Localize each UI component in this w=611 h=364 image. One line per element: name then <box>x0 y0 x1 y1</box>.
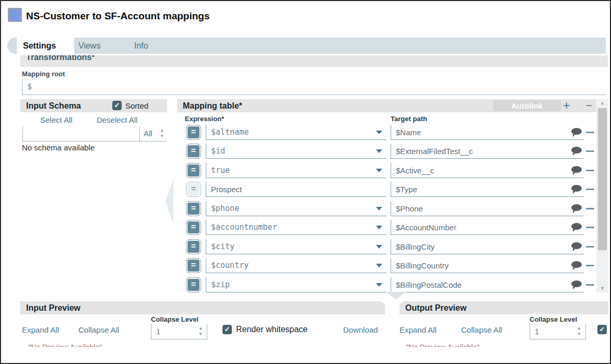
spinner-up-icon[interactable]: ▲ <box>576 326 582 331</box>
collapse-bottom-panel-icon[interactable] <box>385 292 406 299</box>
autolink-button[interactable]: Autolink <box>493 100 561 111</box>
expression-input[interactable]: $id <box>206 144 386 159</box>
input-preview-clipped-content: "No Preview Available" <box>28 343 195 347</box>
comment-icon[interactable] <box>571 280 582 287</box>
comment-icon[interactable] <box>571 261 582 268</box>
remove-row-button[interactable] <box>586 227 594 228</box>
mapping-table-row: =$country$BillingCountry <box>177 258 595 274</box>
remove-row-button[interactable] <box>586 284 594 286</box>
comment-icon[interactable] <box>571 242 582 249</box>
scroll-up-icon[interactable]: ▲ <box>596 100 608 105</box>
target-path-input[interactable]: $BillingPostalCode <box>391 277 584 292</box>
expression-toggle-button[interactable]: = <box>186 182 201 197</box>
output-collapse-all-link[interactable]: Collapse All <box>461 325 502 334</box>
comment-icon[interactable] <box>571 204 582 211</box>
expression-input[interactable]: Prospect <box>206 182 386 197</box>
schema-filter-input[interactable] <box>23 126 139 141</box>
tab-views[interactable]: Views <box>78 38 100 54</box>
tab-info[interactable]: Info <box>134 38 148 54</box>
expression-column-header: Expression* <box>185 115 224 123</box>
schema-filter-spinner[interactable]: ▲ ▼ <box>159 127 165 140</box>
expression-toggle-button[interactable]: = <box>186 277 201 292</box>
comment-icon[interactable] <box>571 185 582 192</box>
remove-row-button[interactable] <box>586 189 594 190</box>
comment-icon[interactable] <box>571 166 582 173</box>
expression-input[interactable]: $accountnumber <box>206 220 386 235</box>
output-collapse-level-stepper[interactable]: 1 ▲ ▼ <box>530 324 586 339</box>
collapse-left-panel-icon[interactable] <box>166 179 173 224</box>
scrollbar-thumb[interactable] <box>598 108 607 250</box>
expression-dropdown-icon[interactable] <box>376 264 382 267</box>
transformations-title: Transformations* <box>26 55 608 62</box>
remove-row-button[interactable] <box>586 265 594 266</box>
expression-value: $altname <box>206 125 386 140</box>
scroll-down-icon[interactable]: ▼ <box>596 286 608 291</box>
expression-value: $country <box>206 258 386 273</box>
output-render-whitespace-checkbox[interactable]: ✓ <box>597 325 607 334</box>
comment-icon[interactable] <box>571 223 582 230</box>
target-path-value: $AccountNumber <box>391 220 584 235</box>
spinner-down-icon[interactable]: ▼ <box>159 134 165 138</box>
expression-toggle-button[interactable]: = <box>186 239 201 254</box>
select-all-link[interactable]: Select All <box>40 115 73 124</box>
download-link[interactable]: Download <box>343 325 378 334</box>
remove-row-button[interactable] <box>586 170 594 171</box>
spinner-up-icon[interactable]: ▲ <box>197 326 204 331</box>
target-path-value: $Active__c <box>391 163 584 178</box>
remove-row-button[interactable] <box>586 150 594 152</box>
mapping-table-scrollbar[interactable]: ▲ ▼ <box>596 99 608 292</box>
render-whitespace-checkbox[interactable]: ✓ <box>222 325 232 334</box>
expression-toggle-button[interactable]: = <box>186 220 201 235</box>
expression-dropdown-icon[interactable] <box>376 226 382 229</box>
add-row-button[interactable]: + <box>563 99 570 112</box>
input-preview-header: Input Preview <box>20 301 385 314</box>
target-path-input[interactable]: $ExternalFiledTest__c <box>391 144 584 159</box>
expression-toggle-button[interactable]: = <box>186 125 201 140</box>
remove-row-button[interactable] <box>586 246 594 248</box>
dialog-title: NS-Customer to SF-Account mappings <box>26 10 210 22</box>
expression-dropdown-icon[interactable] <box>376 207 382 210</box>
tab-settings[interactable]: Settings <box>17 38 74 54</box>
expression-dropdown-icon[interactable] <box>376 169 382 172</box>
spinner-up-icon[interactable]: ▲ <box>159 128 165 133</box>
expression-toggle-button[interactable]: = <box>186 201 201 216</box>
input-collapse-all-link[interactable]: Collapse All <box>78 325 119 334</box>
expression-toggle-button[interactable]: = <box>186 163 201 178</box>
expression-dropdown-icon[interactable] <box>376 245 382 249</box>
expression-dropdown-icon[interactable] <box>376 131 382 134</box>
comment-icon[interactable] <box>571 147 582 154</box>
remove-rows-button[interactable]: − <box>585 99 592 112</box>
remove-row-button[interactable] <box>586 132 594 133</box>
expression-input[interactable]: $altname <box>206 125 386 140</box>
input-expand-all-link[interactable]: Expand All <box>22 325 59 334</box>
deselect-all-link[interactable]: Deselect All <box>97 115 137 124</box>
mapping-table-row: =true$Active__c <box>177 163 595 179</box>
expression-toggle-button[interactable]: = <box>186 258 201 273</box>
target-path-input[interactable]: $Name <box>391 125 584 140</box>
input-collapse-level-stepper[interactable]: 1 ▲ ▼ <box>151 324 207 339</box>
target-path-input[interactable]: $Type <box>391 182 584 197</box>
expression-dropdown-icon[interactable] <box>376 283 382 287</box>
target-path-input[interactable]: $BillingCountry <box>391 258 584 273</box>
expression-input[interactable]: $city <box>206 239 386 254</box>
target-path-input[interactable]: $Active__c <box>391 163 584 178</box>
schema-filter-scope-select[interactable]: All ▲ ▼ <box>139 126 167 141</box>
mapping-root-input[interactable]: $ <box>22 79 607 95</box>
sorted-checkbox[interactable]: ✓ <box>112 101 122 110</box>
output-collapse-level-spinner[interactable]: ▲ ▼ <box>576 325 582 338</box>
target-path-input[interactable]: $BillingCity <box>391 239 584 254</box>
output-expand-all-link[interactable]: Expand All <box>400 325 437 334</box>
expression-input[interactable]: $zip <box>206 277 386 292</box>
remove-row-button[interactable] <box>586 208 594 209</box>
spinner-down-icon[interactable]: ▼ <box>576 332 582 336</box>
comment-icon[interactable] <box>571 128 582 135</box>
expression-toggle-button[interactable]: = <box>186 144 201 159</box>
target-path-input[interactable]: $Phone <box>391 201 584 216</box>
target-path-input[interactable]: $AccountNumber <box>391 220 584 235</box>
expression-input[interactable]: $country <box>206 258 386 273</box>
input-collapse-level-spinner[interactable]: ▲ ▼ <box>197 325 204 338</box>
expression-input[interactable]: $phone <box>206 201 386 216</box>
expression-dropdown-icon[interactable] <box>376 149 382 153</box>
spinner-down-icon[interactable]: ▼ <box>197 332 204 336</box>
expression-input[interactable]: true <box>206 163 386 178</box>
